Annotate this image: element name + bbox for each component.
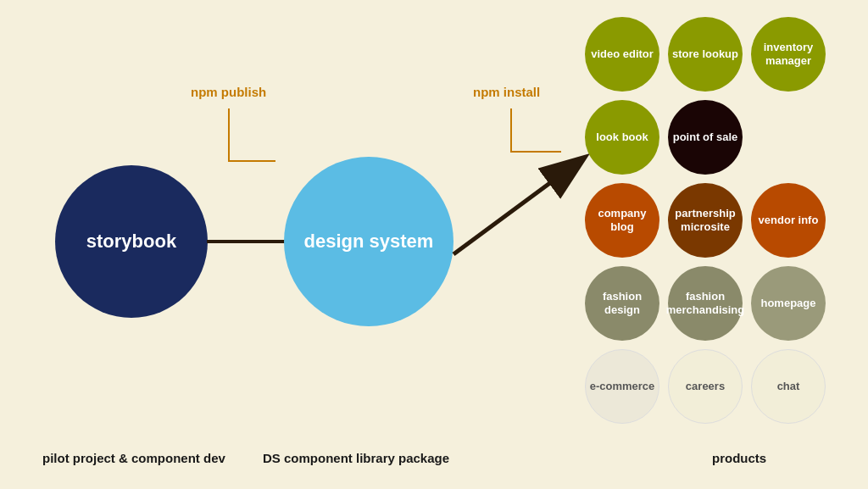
npm-publish-label: npm publish — [191, 85, 266, 99]
bottom-label-pilot: pilot project & component dev — [42, 451, 225, 465]
design-to-products-arrow — [449, 148, 598, 258]
vendor-info-circle[interactable]: vendor info — [751, 183, 826, 258]
svg-line-3 — [453, 158, 583, 254]
chat-circle[interactable]: chat — [751, 349, 826, 424]
inventory-manager-circle[interactable]: inventory manager — [751, 17, 826, 92]
npm-install-vline — [510, 108, 512, 151]
storybook-label: storybook — [86, 231, 176, 253]
e-commerce-circle[interactable]: e-commerce — [585, 349, 659, 424]
design-system-label: design system — [304, 231, 434, 253]
homepage-circle[interactable]: homepage — [751, 266, 826, 341]
store-lookup-circle[interactable]: store lookup — [668, 17, 743, 92]
look-book-circle[interactable]: look book — [585, 100, 659, 175]
video-editor-circle[interactable]: video editor — [585, 17, 659, 92]
design-system-circle: design system — [284, 157, 453, 326]
partnership-microsite-circle[interactable]: partnership microsite — [668, 183, 743, 258]
company-blog-circle[interactable]: company blog — [585, 183, 659, 258]
bottom-label-ds: DS component library package — [263, 451, 449, 465]
storybook-circle: storybook — [55, 165, 208, 318]
npm-publish-hline — [228, 160, 275, 162]
careers-circle[interactable]: careers — [668, 349, 743, 424]
point-of-sale-circle[interactable]: point of sale — [668, 100, 743, 175]
bottom-label-products: products — [712, 451, 766, 465]
fashion-design-circle[interactable]: fashion design — [585, 266, 659, 341]
npm-publish-line — [228, 108, 230, 161]
npm-install-label: npm install — [473, 85, 540, 99]
fashion-merchandising-circle[interactable]: fashion merchandising — [668, 266, 743, 341]
